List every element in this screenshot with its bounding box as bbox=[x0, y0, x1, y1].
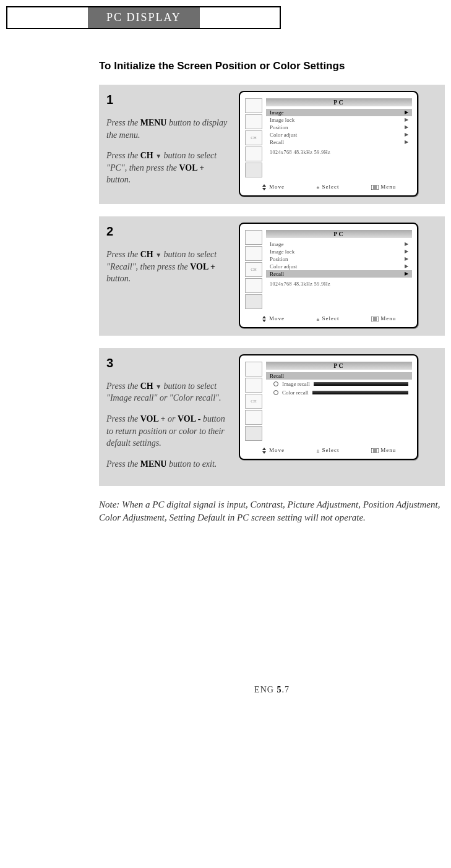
osd-menu-label: Menu bbox=[371, 447, 396, 454]
osd-menu-label: Menu bbox=[371, 184, 396, 190]
osd-bottom-bar: Move± Select Menu bbox=[245, 315, 412, 322]
osd-category-icon: CH bbox=[245, 262, 262, 277]
step-text: 2Press the CH button to select "Recall",… bbox=[106, 223, 230, 294]
osd-category-icon: CH bbox=[245, 130, 262, 145]
osd-category-icon bbox=[245, 114, 262, 129]
step-paragraph: Press the VOL + or VOL - button to retur… bbox=[106, 413, 230, 449]
osd-icon-column: CH bbox=[245, 230, 264, 310]
content: To Initialize the Screen Position or Col… bbox=[99, 60, 445, 695]
osd-panel: CHPCImage▶Image lock▶Position▶Color adju… bbox=[239, 91, 418, 197]
osd-panel: CHPCRecallImage recallColor recall Move±… bbox=[239, 354, 418, 460]
step-paragraph: Press the MENU button to exit. bbox=[106, 458, 230, 470]
osd-menu-item: Recall▶ bbox=[266, 270, 412, 278]
osd-resolution: 1024x768 48.3kHz 59.9Hz bbox=[266, 278, 412, 291]
footer-pre: ENG bbox=[254, 685, 277, 694]
osd-title: PC bbox=[266, 230, 412, 238]
osd-recall-item: Image recall bbox=[266, 380, 412, 388]
osd-move-label: Move bbox=[261, 447, 285, 454]
osd-menu-item: Color adjust▶ bbox=[266, 263, 412, 270]
note-text: Note: When a PC digital signal is input,… bbox=[99, 498, 445, 524]
osd-category-icon bbox=[245, 410, 262, 425]
osd-main: PCRecallImage recallColor recall bbox=[266, 362, 412, 442]
osd-resolution: 1024x768 48.3kHz 59.9Hz bbox=[266, 146, 412, 159]
osd-select-label: ± Select bbox=[316, 184, 339, 190]
osd-move-label: Move bbox=[261, 184, 285, 190]
footer-post: .7 bbox=[281, 685, 290, 694]
osd-category-icon bbox=[245, 230, 262, 245]
osd-icon-column: CH bbox=[245, 362, 264, 442]
osd-bottom-bar: Move± Select Menu bbox=[245, 447, 412, 454]
osd-category-icon bbox=[245, 426, 262, 441]
osd-menu-item: Recall▶ bbox=[266, 138, 412, 146]
osd-title: PC bbox=[266, 362, 412, 370]
step-block: 2Press the CH button to select "Recall",… bbox=[99, 216, 445, 336]
section-title: To Initialize the Screen Position or Col… bbox=[99, 60, 445, 72]
osd-category-icon bbox=[245, 362, 262, 377]
osd-menu-item: Position▶ bbox=[266, 255, 412, 263]
step-block: 1Press the MENU button to display the me… bbox=[99, 85, 445, 204]
osd-menu-item: Image lock▶ bbox=[266, 116, 412, 124]
osd-move-label: Move bbox=[261, 315, 285, 322]
step-text: 1Press the MENU button to display the me… bbox=[106, 91, 230, 195]
header-box: PC DISPLAY bbox=[6, 6, 281, 29]
osd-menu-label: Menu bbox=[371, 315, 396, 322]
osd-category-icon bbox=[245, 163, 262, 177]
osd-select-label: ± Select bbox=[316, 315, 339, 322]
osd-recall-header: Recall bbox=[266, 372, 412, 380]
step-number: 3 bbox=[106, 354, 230, 372]
osd-title: PC bbox=[266, 98, 412, 106]
step-number: 2 bbox=[106, 223, 230, 240]
osd-category-icon bbox=[245, 278, 262, 293]
step-paragraph: Press the MENU button to display the men… bbox=[106, 117, 230, 141]
osd-category-icon bbox=[245, 246, 262, 261]
osd-menu-item: Color adjust▶ bbox=[266, 131, 412, 138]
step-paragraph: Press the CH button to select "Recall", … bbox=[106, 249, 230, 285]
osd-menu-item: Image▶ bbox=[266, 240, 412, 248]
osd-bottom-bar: Move± Select Menu bbox=[245, 184, 412, 190]
step-text: 3Press the CH button to select "Image re… bbox=[106, 354, 230, 479]
osd-category-icon bbox=[245, 378, 262, 393]
page-footer: ENG 5.7 bbox=[99, 685, 445, 695]
osd-main: PCImage▶Image lock▶Position▶Color adjust… bbox=[266, 98, 412, 179]
step-block: 3Press the CH button to select "Image re… bbox=[99, 348, 445, 487]
step-paragraph: Press the CH button to select "Image rec… bbox=[106, 380, 230, 404]
osd-main: PCImage▶Image lock▶Position▶Color adjust… bbox=[266, 230, 412, 310]
osd-menu-item: Image▶ bbox=[266, 109, 412, 116]
step-number: 1 bbox=[106, 91, 230, 108]
osd-select-label: ± Select bbox=[316, 447, 339, 454]
osd-category-icon: CH bbox=[245, 394, 262, 409]
header-tab: PC DISPLAY bbox=[88, 7, 200, 28]
osd-category-icon bbox=[245, 294, 262, 309]
step-paragraph: Press the CH button to select "PC", then… bbox=[106, 150, 230, 186]
osd-category-icon bbox=[245, 98, 262, 113]
osd-recall-item: Color recall bbox=[266, 388, 412, 397]
osd-menu-item: Image lock▶ bbox=[266, 248, 412, 255]
osd-icon-column: CH bbox=[245, 98, 264, 179]
osd-category-icon bbox=[245, 147, 262, 161]
osd-menu-item: Position▶ bbox=[266, 124, 412, 131]
osd-panel: CHPCImage▶Image lock▶Position▶Color adju… bbox=[239, 223, 418, 328]
